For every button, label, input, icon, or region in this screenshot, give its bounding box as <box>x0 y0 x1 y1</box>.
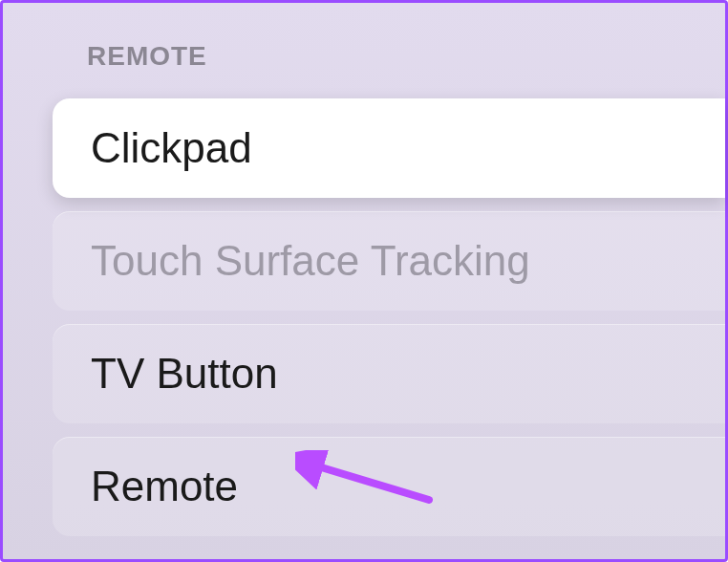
section-header-remote: REMOTE <box>87 41 207 72</box>
row-label: Touch Surface Tracking <box>91 237 530 285</box>
row-label: Remote <box>91 463 238 510</box>
row-label: Clickpad <box>91 124 252 172</box>
settings-list: Clickpad Touch Surface Tracking TV Butto… <box>53 98 725 536</box>
row-remote[interactable]: Remote <box>53 437 725 536</box>
row-tv-button[interactable]: TV Button <box>53 324 725 423</box>
row-label: TV Button <box>91 350 278 398</box>
settings-panel: REMOTE Clickpad Touch Surface Tracking T… <box>0 0 728 562</box>
row-touch-surface-tracking: Touch Surface Tracking <box>53 211 725 311</box>
row-clickpad[interactable]: Clickpad <box>53 98 725 198</box>
